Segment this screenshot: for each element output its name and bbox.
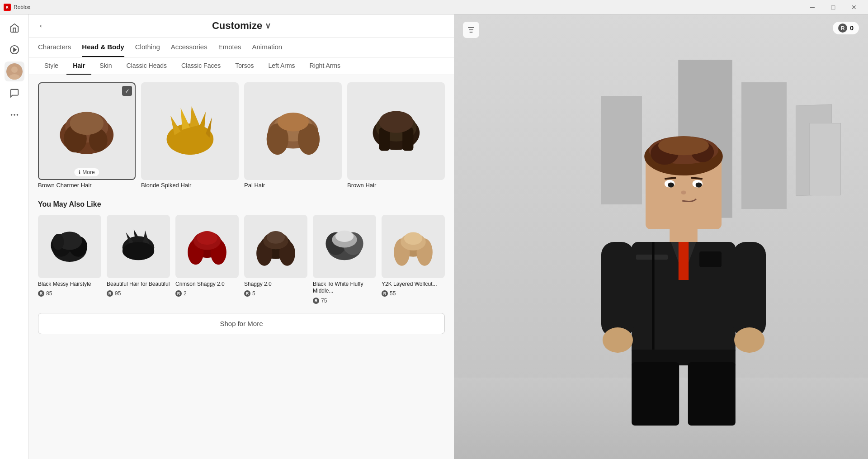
hair-item-brown-charmer[interactable]: ✓ ℹ More Brown Charmer Hair (38, 82, 136, 189)
sidebar-chat[interactable] (5, 83, 24, 103)
rec-item-4[interactable]: Black To White Fluffy Middle... R 75 (313, 215, 376, 304)
tab-right-arms[interactable]: Right Arms (303, 57, 347, 75)
svg-point-73 (696, 182, 702, 187)
rec-price-value-3: 5 (252, 290, 255, 297)
tab-skin[interactable]: Skin (93, 57, 118, 75)
rec-name-3: Shaggy 2.0 (244, 281, 307, 288)
sidebar-more[interactable] (5, 105, 24, 125)
tab-accessories[interactable]: Accessories (171, 38, 208, 57)
equipped-hair-grid: ✓ ℹ More Brown Charmer Hair (38, 82, 445, 189)
hair-name-1: Blonde Spiked Hair (141, 182, 239, 189)
rec-thumbnail-1[interactable] (107, 215, 170, 278)
tab-left-arms[interactable]: Left Arms (262, 57, 301, 75)
tab-style[interactable]: Style (38, 57, 65, 75)
filter-button[interactable] (463, 22, 479, 38)
svg-marker-18 (190, 106, 199, 128)
rec-name-1: Beautiful Hair for Beautiful (107, 281, 170, 288)
selected-checkmark: ✓ (122, 86, 132, 96)
svg-marker-3 (14, 48, 16, 51)
svg-rect-83 (699, 251, 722, 267)
hair-thumbnail-3[interactable] (347, 82, 445, 180)
tab-emotes[interactable]: Emotes (218, 38, 241, 57)
robux-value: 0 (850, 24, 854, 32)
tab-clothing[interactable]: Clothing (135, 38, 160, 57)
app-name: Roblox (14, 4, 30, 10)
svg-point-90 (734, 327, 764, 353)
rec-thumbnail-0[interactable] (38, 215, 101, 278)
rec-item-5[interactable]: Y2K Layered Wolfcut... R 55 (382, 215, 445, 304)
robux-icon-5: R (382, 290, 388, 297)
rec-price-2: R 2 (175, 290, 239, 297)
titlebar-controls: ─ □ ✕ (802, 0, 864, 14)
svg-rect-87 (601, 242, 634, 337)
svg-point-72 (668, 182, 674, 187)
hair-name-2: Pal Hair (244, 182, 342, 189)
customize-title: Customize ∨ (212, 20, 271, 32)
svg-point-60 (404, 232, 422, 245)
robux-icon-4: R (313, 298, 319, 304)
tab-classic-faces[interactable]: Classic Faces (175, 57, 227, 75)
rec-thumbnail-2[interactable] (175, 215, 239, 278)
tab-torsos[interactable]: Torsos (229, 57, 260, 75)
svg-point-50 (267, 231, 285, 244)
svg-point-45 (197, 231, 217, 245)
app-icon: R (4, 4, 11, 11)
secondary-nav-tabs: Style Hair Skin Classic Heads Classic Fa… (29, 57, 454, 75)
svg-rect-82 (652, 242, 655, 356)
rec-price-4: R 75 (313, 298, 376, 304)
minimize-button[interactable]: ─ (802, 0, 823, 14)
hair-item-blonde-spiked[interactable]: Blonde Spiked Hair (141, 82, 239, 189)
sidebar-home[interactable] (5, 18, 24, 38)
tab-animation[interactable]: Animation (252, 38, 282, 57)
sidebar-avatar[interactable] (5, 62, 24, 81)
svg-point-30 (379, 111, 413, 132)
svg-point-5 (11, 66, 18, 73)
rec-item-1[interactable]: Beautiful Hair for Beautiful R 95 (107, 215, 170, 304)
robux-badge-icon: R (838, 24, 847, 33)
rec-item-2[interactable]: Crimson Shaggy 2.0 R 2 (175, 215, 239, 304)
left-sidebar (0, 14, 29, 459)
primary-nav-tabs: Characters Head & Body Clothing Accessor… (29, 38, 454, 57)
more-badge: ℹ More (74, 168, 99, 176)
svg-point-9 (16, 114, 18, 116)
close-button[interactable]: ✕ (844, 0, 864, 14)
rec-price-value-5: 55 (390, 290, 396, 297)
svg-point-14 (70, 112, 104, 135)
rec-price-1: R 95 (107, 290, 170, 297)
svg-rect-89 (733, 242, 766, 337)
svg-point-69 (658, 136, 709, 155)
rec-thumbnail-5[interactable] (382, 215, 445, 278)
sidebar-play[interactable] (5, 40, 24, 60)
rec-item-3[interactable]: Shaggy 2.0 R 5 (244, 215, 307, 304)
hair-item-brown[interactable]: Brown Hair (347, 82, 445, 189)
hair-thumbnail-0[interactable]: ✓ ℹ More (38, 82, 136, 180)
tab-head-body[interactable]: Head & Body (82, 38, 124, 57)
maximize-button[interactable]: □ (823, 0, 844, 14)
svg-text:R: R (6, 5, 9, 9)
rec-price-3: R 5 (244, 290, 307, 297)
titlebar: R Roblox ─ □ ✕ (0, 0, 868, 14)
robux-icon-1: R (107, 290, 113, 297)
shop-more-button[interactable]: Shop for More (38, 313, 445, 334)
tab-classic-heads[interactable]: Classic Heads (120, 57, 173, 75)
svg-point-55 (335, 231, 354, 242)
back-button[interactable]: ← (38, 20, 48, 32)
rec-thumbnail-4[interactable] (313, 215, 376, 278)
svg-rect-86 (688, 362, 736, 426)
tab-characters[interactable]: Characters (38, 38, 71, 57)
hair-thumbnail-2[interactable] (244, 82, 342, 180)
hair-item-pal[interactable]: Pal Hair (244, 82, 342, 189)
rec-price-value-2: 2 (184, 290, 187, 297)
svg-point-88 (603, 327, 633, 353)
hair-name-0: Brown Charmer Hair (38, 182, 136, 189)
tab-hair[interactable]: Hair (66, 57, 91, 75)
rec-thumbnail-3[interactable] (244, 215, 307, 278)
hair-thumbnail-1[interactable] (141, 82, 239, 180)
robux-icon-2: R (175, 290, 182, 297)
avatar-thumbnail (6, 63, 23, 80)
svg-point-25 (277, 113, 308, 131)
content-scroll[interactable]: ✓ ℹ More Brown Charmer Hair (29, 75, 454, 459)
svg-rect-85 (632, 362, 679, 426)
rec-item-0[interactable]: Black Messy Hairstyle R 85 (38, 215, 101, 304)
rec-name-0: Black Messy Hairstyle (38, 281, 101, 288)
